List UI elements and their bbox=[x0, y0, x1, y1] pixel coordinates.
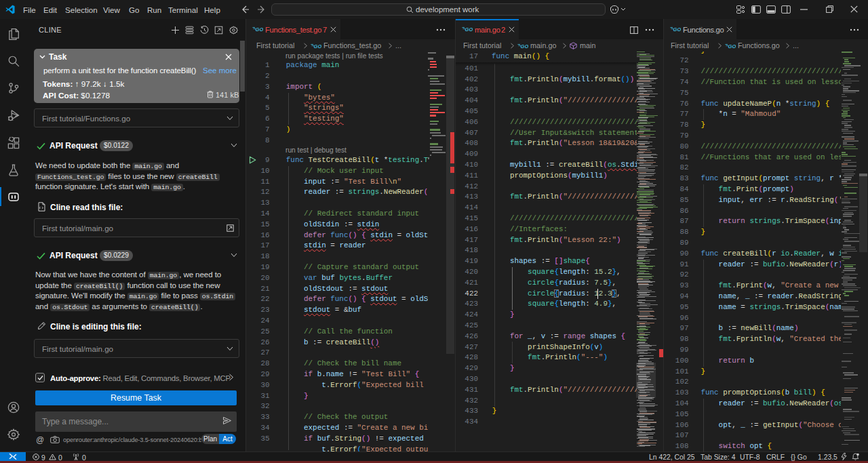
svg-text:GO: GO bbox=[256, 26, 263, 32]
svg-text:GO: GO bbox=[465, 26, 473, 32]
svg-text:GO: GO bbox=[673, 26, 681, 32]
svg-text:GO: GO bbox=[314, 43, 321, 49]
svg-text:GO: GO bbox=[521, 43, 528, 49]
svg-text:GO: GO bbox=[728, 43, 736, 49]
